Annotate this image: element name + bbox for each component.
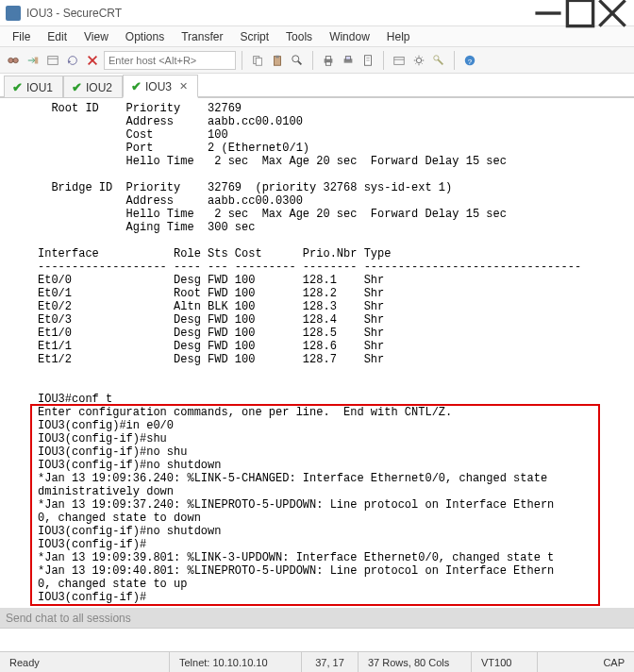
menu-tools[interactable]: Tools	[277, 28, 321, 45]
status-position: 37, 17	[302, 652, 359, 672]
tab-iou1[interactable]: ✔ IOU1	[4, 76, 63, 97]
svg-line-29	[438, 59, 442, 64]
svg-line-16	[298, 60, 302, 64]
svg-point-5	[13, 58, 18, 62]
paste-icon[interactable]	[268, 51, 287, 70]
host-input[interactable]	[104, 51, 236, 70]
connect-icon[interactable]	[4, 51, 23, 70]
titlebar: IOU3 - SecureCRT	[0, 0, 634, 26]
menu-window[interactable]: Window	[321, 28, 378, 45]
statusbar: Ready Telnet: 10.10.10.10 37, 17 37 Rows…	[0, 651, 634, 672]
tab-iou3[interactable]: ✔ IOU3 ✕	[123, 75, 198, 98]
svg-rect-19	[325, 61, 330, 65]
svg-point-4	[8, 58, 13, 62]
menu-edit[interactable]: Edit	[39, 28, 75, 45]
key-icon[interactable]	[429, 51, 448, 70]
menu-view[interactable]: View	[75, 28, 117, 45]
check-icon: ✔	[12, 80, 23, 94]
session-manager-icon[interactable]	[43, 51, 62, 70]
svg-rect-21	[345, 56, 350, 59]
print-screen-icon[interactable]	[339, 51, 358, 70]
status-size: 37 Rows, 80 Cols	[359, 652, 472, 672]
tab-bar: ✔ IOU1 ✔ IOU2 ✔ IOU3 ✕	[0, 74, 634, 98]
svg-text:?: ?	[468, 57, 473, 65]
tab-label: IOU1	[26, 81, 53, 94]
svg-rect-6	[35, 57, 39, 63]
maximize-button[interactable]	[564, 3, 596, 24]
status-ready: Ready	[0, 652, 170, 672]
menu-options[interactable]: Options	[117, 28, 173, 45]
menu-help[interactable]: Help	[378, 28, 419, 45]
check-icon: ✔	[131, 79, 142, 93]
find-icon[interactable]	[288, 51, 307, 70]
tab-label: IOU3	[145, 80, 172, 93]
status-cap: CAP	[593, 652, 634, 672]
svg-rect-1	[567, 0, 592, 25]
status-term: VT100	[472, 652, 538, 672]
svg-rect-25	[394, 57, 405, 64]
log-icon[interactable]	[359, 51, 377, 70]
help-icon[interactable]: ?	[460, 51, 479, 70]
window-title: IOU3 - SecureCRT	[26, 7, 532, 20]
menu-script[interactable]: Script	[231, 28, 277, 45]
print-icon[interactable]	[319, 51, 338, 70]
svg-rect-7	[48, 56, 58, 64]
tab-iou2[interactable]: ✔ IOU2	[63, 76, 123, 97]
terminal-output[interactable]: Root ID Priority 32769 Address aabb.cc00…	[0, 98, 634, 608]
disconnect-icon[interactable]	[83, 51, 102, 70]
menu-file[interactable]: File	[4, 28, 39, 45]
copy-icon[interactable]	[248, 51, 267, 70]
tab-label: IOU2	[86, 81, 112, 94]
menubar: File Edit View Options Transfer Script T…	[0, 26, 634, 47]
quick-connect-icon[interactable]	[24, 51, 42, 70]
app-icon	[6, 6, 21, 21]
check-icon: ✔	[72, 80, 82, 94]
options-icon[interactable]	[409, 51, 428, 70]
close-button[interactable]	[596, 3, 628, 24]
close-icon[interactable]: ✕	[179, 80, 188, 92]
terminal-area: Root ID Priority 32769 Address aabb.cc00…	[0, 98, 634, 608]
chat-hint: Send chat to all sessions	[0, 608, 634, 628]
reconnect-icon[interactable]	[63, 51, 82, 70]
svg-rect-14	[275, 55, 279, 58]
status-connection: Telnet: 10.10.10.10	[170, 652, 302, 672]
toolbar: ?	[0, 47, 634, 74]
svg-point-15	[292, 55, 299, 61]
minimize-button[interactable]	[532, 3, 564, 24]
new-tab-icon[interactable]	[390, 51, 409, 70]
svg-rect-18	[325, 56, 330, 59]
menu-transfer[interactable]: Transfer	[173, 28, 231, 45]
svg-rect-12	[256, 58, 261, 65]
svg-point-27	[416, 58, 421, 62]
